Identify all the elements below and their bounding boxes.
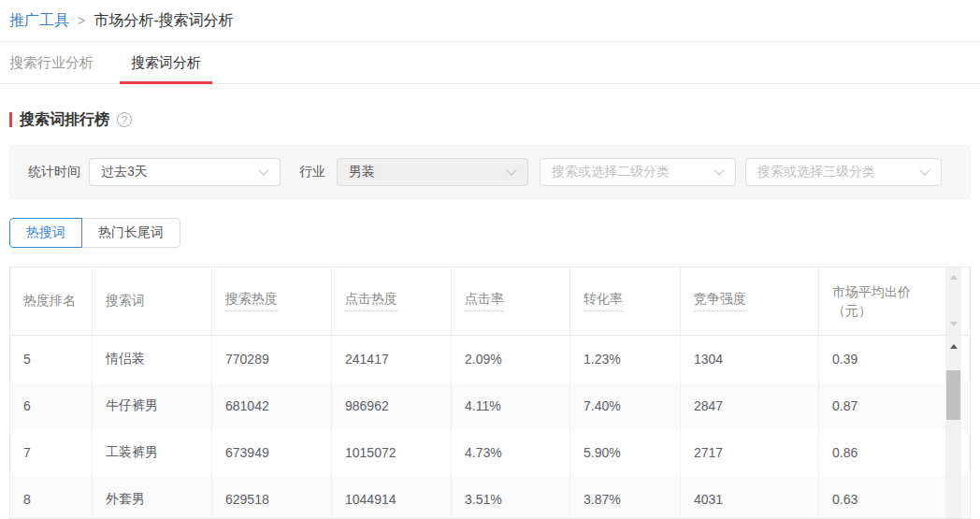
table-cell: 629518 [212,476,332,519]
chevron-down-icon [919,165,930,175]
table-cell: 673949 [212,429,332,476]
table-cell: 7.40% [570,382,681,429]
search-word-ranking-table: 热度排名搜索词搜索热度点击热度点击率转化率竞争强度市场平均出价（元） 5情侣装7… [9,267,971,519]
table-cell: 2847 [681,382,819,429]
time-range-value: 过去3天 [101,164,148,180]
scroll-up-icon[interactable] [950,344,958,349]
chevron-down-icon [713,165,724,175]
industry-select[interactable]: 男装 [337,158,528,186]
column-header: 转化率 [570,267,681,335]
table-cell: 681042 [212,382,332,429]
industry-filter-label: 行业 [299,164,325,180]
table-cell: 4031 [681,476,819,519]
tab-search-word-analysis[interactable]: 搜索词分析 [120,42,212,83]
long-tail-words-button[interactable]: 热门长尾词 [81,218,180,248]
level2-category-placeholder: 搜索或选择二级分类 [552,164,670,180]
breadcrumb-separator: > [78,13,85,28]
table-cell: 986962 [332,382,452,429]
section-accent-bar [9,112,12,127]
table-cell: 1304 [681,336,819,382]
table-cell: 3.87% [570,476,681,519]
section-header: 搜索词排行榜 ? [9,109,971,130]
table-cell: 外套男 [93,476,212,519]
table-cell: 8 [10,476,93,519]
table-cell: 情侣装 [93,336,212,382]
industry-value: 男装 [349,164,375,180]
table-cell: 7 [10,429,93,476]
table-cell: 2.09% [452,336,570,382]
column-header: 搜索词 [93,267,212,335]
table-cell: 5 [10,336,93,382]
chevron-down-icon [258,165,268,175]
table-cell: 6 [10,382,93,429]
table-cell: 4.73% [452,429,570,476]
breadcrumb-current-page: 市场分析-搜索词分析 [94,11,233,31]
time-range-select[interactable]: 过去3天 [89,158,281,186]
scroll-down-icon[interactable] [950,322,958,326]
hot-search-words-button[interactable]: 热搜词 [9,218,82,248]
table-row: 8外套男62951810449143.51%3.87%40310.63 [10,476,970,519]
table-row: 5情侣装7702892414172.09%1.23%13040.39 [10,336,970,382]
chevron-down-icon [506,165,516,175]
breadcrumb: 推广工具 > 市场分析-搜索词分析 [0,0,980,42]
table-cell: 1.23% [570,336,681,382]
table-cell: 241417 [332,336,452,382]
tab-bar: 搜索行业分析 搜索词分析 [0,42,980,84]
filter-bar: 统计时间 过去3天 行业 男装 搜索或选择二级分类 搜索或选择三级分类 [9,145,971,199]
table-cell: 5.90% [570,429,681,476]
table-body: 5情侣装7702892414172.09%1.23%13040.396牛仔裤男6… [10,336,970,519]
table-cell: 1015072 [332,429,452,476]
tab-search-industry-analysis[interactable]: 搜索行业分析 [0,42,105,83]
column-header: 搜索热度 [212,267,332,335]
page: 推广工具 > 市场分析-搜索词分析 搜索行业分析 搜索词分析 搜索词排行榜 ? … [0,0,980,519]
help-icon[interactable]: ? [117,112,132,127]
column-header: 点击热度 [332,267,452,335]
table-cell: 牛仔裤男 [93,382,212,429]
table-cell: 2717 [681,429,819,476]
table-cell: 3.51% [452,476,570,519]
table-scrollbar[interactable] [945,267,961,518]
table-cell: 工装裤男 [93,429,212,476]
table-row: 6牛仔裤男6810429869624.11%7.40%28470.87 [10,382,970,429]
scrollbar-thumb[interactable] [946,370,960,420]
level3-category-select[interactable]: 搜索或选择三级分类 [745,158,942,186]
table-cell: 770289 [212,336,332,382]
column-header: 竞争强度 [681,267,819,335]
level3-category-placeholder: 搜索或选择三级分类 [757,164,875,180]
table-header-row: 热度排名搜索词搜索热度点击热度点击率转化率竞争强度市场平均出价（元） [10,267,970,336]
table-cell: 1044914 [332,476,452,519]
column-header: 点击率 [452,267,570,335]
column-header: 热度排名 [10,267,93,335]
word-type-toggle: 热搜词 热门长尾词 [9,218,971,248]
table-row: 7工装裤男67394910150724.73%5.90%27170.86 [10,429,970,476]
section-title: 搜索词排行榜 [20,110,109,130]
scroll-up-icon[interactable] [950,275,958,280]
table-cell: 4.11% [452,382,570,429]
time-filter-label: 统计时间 [28,164,80,180]
breadcrumb-link-promotion-tools[interactable]: 推广工具 [9,11,69,31]
level2-category-select[interactable]: 搜索或选择二级分类 [540,158,736,186]
